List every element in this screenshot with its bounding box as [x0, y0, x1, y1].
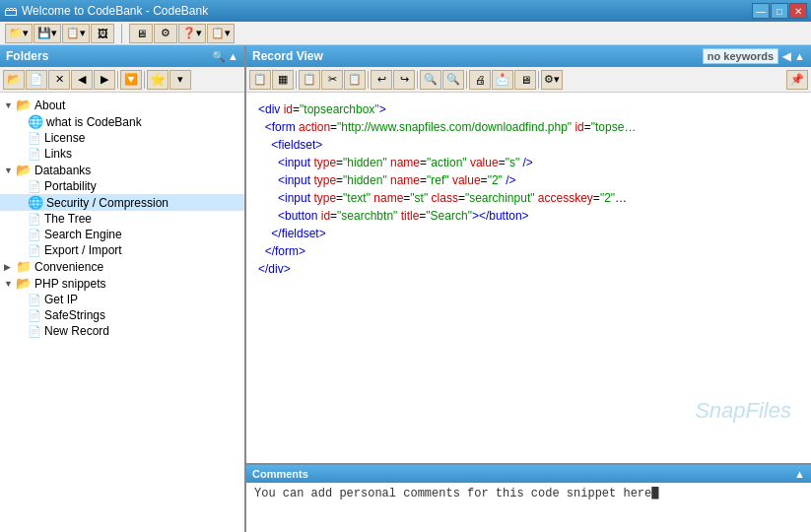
rt-btn-search[interactable]: 🔍 — [420, 70, 441, 90]
rt-btn-replace[interactable]: 🔍 — [442, 70, 464, 90]
tree-toggle-thetree — [4, 214, 16, 224]
title-bar: 🗃 Welcome to CodeBank - CodeBank — □ ✕ — [0, 0, 811, 22]
tree-item-safestrings[interactable]: 📄 SafeStrings — [0, 307, 244, 323]
tree-toggle-getip — [4, 295, 16, 304]
rt-sep3 — [417, 71, 418, 89]
menu-group-file: 📁▾ 💾▾ 📋▾ 🖼 — [2, 22, 117, 45]
close-button[interactable]: ✕ — [789, 3, 807, 19]
tree-item-thetree[interactable]: 📄 The Tree — [0, 211, 244, 227]
folder-btn-delete[interactable]: ✕ — [48, 70, 70, 90]
menu-save[interactable]: 💾▾ — [34, 24, 61, 43]
folder-search-icon[interactable]: 🔍 — [212, 50, 226, 63]
tree-label-about: About — [34, 99, 65, 112]
tree-item-license[interactable]: 📄 License — [0, 130, 244, 146]
rt-btn-print[interactable]: 🖨 — [469, 70, 491, 90]
menu-new[interactable]: 📁▾ — [5, 24, 33, 43]
record-header-label: Record View — [252, 49, 323, 63]
comments-header-btn[interactable]: ▲ — [794, 468, 805, 480]
tree-item-portability[interactable]: 📄 Portability — [0, 178, 244, 194]
comments-text[interactable]: You can add personal comments for this c… — [246, 483, 811, 532]
tree-item-links[interactable]: 📄 Links — [0, 146, 244, 162]
code-line-6: <input type="text" name="st" class="sear… — [258, 189, 799, 207]
rt-btn-paste[interactable]: 📋 — [344, 70, 366, 90]
menu-tools-btn2[interactable]: ⚙ — [154, 24, 177, 43]
folder-btn-filter[interactable]: 🔽 — [120, 70, 142, 90]
tree-toggle-links — [4, 149, 16, 159]
code-content[interactable]: <div id="topsearchbox"> <form action="ht… — [246, 93, 811, 463]
page-icon-safestrings: 📄 — [28, 309, 41, 322]
code-line-9: </form> — [258, 242, 799, 260]
tree-toggle-convenience[interactable]: ▶ — [4, 262, 16, 272]
maximize-button[interactable]: □ — [771, 3, 788, 19]
tree-item-getip[interactable]: 📄 Get IP — [0, 292, 244, 307]
menu-tools-btn1[interactable]: 🖥 — [129, 24, 153, 43]
tree-item-databanks[interactable]: ▼ 📂 Databanks — [0, 162, 244, 178]
app-title: Welcome to CodeBank - CodeBank — [22, 4, 208, 18]
tree-toggle-safestrings — [4, 310, 16, 320]
tree-toggle-portability — [4, 181, 16, 191]
tree-item-newrecord[interactable]: 📄 New Record — [0, 323, 244, 339]
code-line-10: </div> — [258, 260, 799, 278]
tree-label-exportimport: Export / Import — [44, 243, 122, 257]
title-bar-controls: — □ ✕ — [752, 3, 807, 19]
tree-toggle-about[interactable]: ▼ — [4, 100, 16, 110]
rt-btn-export[interactable]: 📩 — [492, 70, 513, 90]
code-line-1: <div id="topsearchbox"> — [258, 100, 799, 118]
folders-panel: Folders 🔍 ▲ 📂 📄 ✕ ◀ ▶ 🔽 ⭐ ▾ ▼ 📂 Abou — [0, 45, 246, 532]
folder-icon-phpsnippets: 📂 — [16, 276, 32, 291]
tree-item-about[interactable]: ▼ 📂 About — [0, 97, 244, 113]
rt-btn-settings[interactable]: ⚙▾ — [541, 70, 563, 90]
page-icon-portability: 📄 — [28, 180, 41, 193]
folder-btn-star[interactable]: ⭐ — [147, 70, 169, 90]
tree-label-convenience: Convenience — [34, 260, 103, 274]
folder-expand-icon[interactable]: ▲ — [228, 50, 238, 63]
tree-label-thetree: The Tree — [44, 212, 92, 226]
tree-label-safestrings: SafeStrings — [44, 308, 105, 322]
folder-btn-forward[interactable]: ▶ — [94, 70, 115, 90]
folder-btn-new[interactable]: 📂 — [3, 70, 25, 90]
tree-item-security[interactable]: 🌐 Security / Compression — [0, 194, 244, 211]
code-line-8: </fieldset> — [258, 225, 799, 242]
tree-item-convenience[interactable]: ▶ 📁 Convenience — [0, 258, 244, 275]
rt-sep1 — [296, 71, 297, 89]
folder-btn-add[interactable]: 📄 — [26, 70, 47, 90]
code-line-2: <form action="http://www.snapfiles.com/d… — [258, 118, 799, 136]
rt-sep2 — [368, 71, 369, 89]
rt-btn-pin[interactable]: 📌 — [786, 70, 808, 90]
tree-toggle-what — [4, 117, 16, 127]
folder-btn-back[interactable]: ◀ — [71, 70, 93, 90]
minimize-button[interactable]: — — [752, 3, 770, 19]
tree-toggle-license — [4, 133, 16, 143]
page-icon-exportimport: 📄 — [28, 244, 41, 257]
rt-btn-cut[interactable]: ✂ — [321, 70, 343, 90]
folder-btn-dropdown[interactable]: ▾ — [169, 70, 191, 90]
record-header-btn1[interactable]: ◀ — [782, 50, 790, 63]
menu-settings[interactable]: 🖼 — [91, 24, 114, 43]
rt-btn-screen[interactable]: 🖥 — [514, 70, 536, 90]
tree-item-whatiscodebank[interactable]: 🌐 what is CodeBank — [0, 113, 244, 130]
page-icon-getip: 📄 — [28, 294, 41, 306]
record-header: Record View no keywords ◀ ▲ — [246, 45, 811, 67]
tree-item-searchengine[interactable]: 📄 Search Engine — [0, 227, 244, 242]
tree-toggle-databanks[interactable]: ▼ — [4, 166, 16, 175]
rt-btn-copy[interactable]: 📋 — [299, 70, 320, 90]
menu-extra[interactable]: 📋▾ — [207, 24, 235, 43]
rt-btn-new[interactable]: 📋 — [249, 70, 271, 90]
comments-header-label: Comments — [252, 468, 308, 480]
folder-icon-convenience: 📁 — [16, 259, 32, 274]
tree-item-phpsnippets[interactable]: ▼ 📂 PHP snippets — [0, 275, 244, 292]
tree-toggle-phpsnippets[interactable]: ▼ — [4, 279, 16, 289]
menu-help[interactable]: ❓▾ — [178, 24, 206, 43]
menu-print[interactable]: 📋▾ — [62, 24, 90, 43]
page-icon-newrecord: 📄 — [28, 325, 41, 338]
folder-icon-about: 📂 — [16, 98, 32, 112]
rt-btn-redo[interactable]: ↪ — [393, 70, 415, 90]
rt-btn-undo[interactable]: ↩ — [371, 70, 392, 90]
tree-label-newrecord: New Record — [44, 324, 109, 338]
rt-sep5 — [538, 71, 539, 89]
record-header-btn2[interactable]: ▲ — [794, 50, 805, 62]
rt-btn-grid[interactable]: ▦ — [272, 70, 294, 90]
tree-label-portability: Portability — [44, 179, 97, 193]
record-panel: Record View no keywords ◀ ▲ 📋 ▦ 📋 ✂ 📋 ↩ … — [246, 45, 811, 532]
tree-item-exportimport[interactable]: 📄 Export / Import — [0, 242, 244, 258]
